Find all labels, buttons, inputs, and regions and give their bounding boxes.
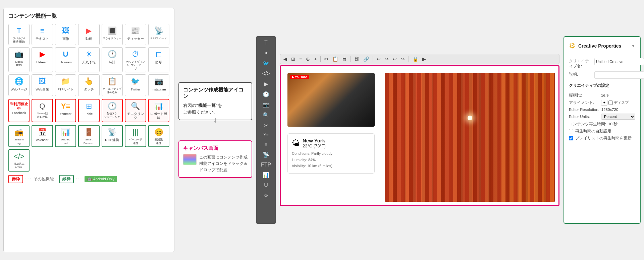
icon-clock[interactable]: 🕐時計 [102, 47, 123, 72]
description-label: 説明: [569, 71, 592, 77]
torii-widget[interactable] [385, 73, 555, 202]
icon-table[interactable]: ⊞Table [78, 99, 99, 122]
youtube-widget[interactable]: ▶ YouTube [287, 73, 375, 127]
editor-resolution-label: Editor Resolution: [569, 108, 599, 112]
toolbar-btn-undo[interactable]: ↩ [375, 56, 382, 62]
icon-slideshow[interactable]: 🔳スライドショー [102, 24, 123, 45]
description-input[interactable] [594, 71, 644, 79]
icon-queue[interactable]: QQueue顔待ち現場 [32, 99, 53, 122]
toolbar-btn-redo2[interactable]: ↪ [399, 56, 406, 62]
icon-facebook[interactable]: ※利用停止中Facebook [8, 99, 30, 122]
legend-area: 赤枠 ··· その他機能 緑枠 ··· 🤖 Android Only [8, 175, 169, 183]
sidebar-icon-twitter[interactable]: 🐦 [256, 59, 276, 68]
weather-temp: 23°C (73°F) [303, 143, 326, 148]
icon-yammer[interactable]: Y≡Yammer [55, 99, 76, 122]
sidebar-icon-chart[interactable]: 📊 [256, 170, 276, 180]
editor-units-select[interactable]: Percent Pixels [601, 114, 635, 120]
icon-twitter[interactable]: 🐦Twitter [125, 74, 146, 96]
icon-barcode[interactable]: |||バーコード連携 [125, 125, 146, 147]
toolbar-btn-redo[interactable]: ↪ [383, 56, 390, 62]
callout-right-title: キャンパス画面 [183, 145, 248, 151]
sidebar-icon-yammer[interactable]: Y≡ [256, 131, 276, 139]
toolbar-btn-align[interactable]: ≡ [298, 56, 303, 62]
icon-monitoring[interactable]: 🔍モニタリング [125, 99, 146, 122]
sidebar-icon-text-list[interactable]: ≡ [256, 140, 276, 149]
toolbar-btn-cut[interactable]: ✂ [323, 56, 330, 62]
toolbar-btn-plus[interactable]: + [313, 56, 318, 62]
sidebar-icon-ftp[interactable]: FTP [256, 160, 276, 170]
icon-video[interactable]: ▶動画 [78, 24, 99, 45]
icon-report[interactable]: 📊レポート機能 [148, 99, 169, 122]
sidebar-icon-code[interactable]: </> [256, 69, 276, 78]
android-icon: 🤖 [87, 177, 92, 181]
icon-face[interactable]: 😊顔認識連携 [148, 125, 169, 147]
weather-icon: 🌤 [292, 138, 300, 148]
playlist-update-checkbox[interactable] [569, 136, 573, 140]
align-star-btn[interactable]: ✦ [601, 100, 607, 106]
toolbar-btn-chain[interactable]: ⛓ [353, 56, 361, 62]
icon-grid-green: 📻Streaming 📅calendar 📊Dashboard 🚪SmartEn… [8, 125, 169, 172]
sidebar-icon-clock[interactable]: 🕐 [256, 89, 276, 99]
callout-area: コンテンツ作成機能アイコン 右図の"機能一覧"をご参照ください。 ↓ キャンパス… [178, 82, 252, 178]
sidebar-icon-gear[interactable]: ⚙ [256, 191, 276, 200]
icon-ticker[interactable]: 📰ティッカー [125, 24, 146, 45]
red-legend: 赤枠 ··· その他機能 [8, 175, 54, 183]
sidebar-icon-search[interactable]: 🔍 [256, 110, 276, 120]
icon-shape[interactable]: ◻図形 [148, 47, 169, 72]
toolbar-btn-undo2[interactable]: ↩ [391, 56, 398, 62]
toolbar-btn-unchain[interactable]: 🔗 [362, 56, 370, 62]
playback-time-row: コンテンツ再生時間: 10 秒 [569, 122, 635, 127]
icon-youtube[interactable]: ▶Ustream [32, 47, 53, 72]
sidebar-icon-video[interactable]: ▶ [256, 79, 276, 89]
icon-streaming[interactable]: 📻Streaming [8, 125, 30, 147]
icon-image[interactable]: 🖼画像 [55, 24, 76, 45]
icon-calendar[interactable]: 📅calendar [32, 125, 53, 147]
toolbar-btn-grid[interactable]: ⊞ [290, 56, 297, 62]
icon-schedule[interactable]: 🕐配信スケジューリング [102, 99, 123, 122]
toolbar-btn-left[interactable]: ◀ [282, 56, 288, 62]
sidebar-icon-T[interactable]: T [256, 38, 276, 48]
icon-dashboard[interactable]: 📊Dashboard [55, 125, 76, 147]
display-label: ディスプ... [614, 100, 632, 105]
icon-webpage[interactable]: 🌐Webページ [8, 74, 30, 96]
icon-ustream[interactable]: UUstream [55, 47, 76, 72]
sidebar-icon-u[interactable]: U [256, 181, 276, 190]
icon-touch[interactable]: 👆タッチ [78, 74, 99, 96]
icon-media-rss[interactable]: 📺MediaRSS [8, 47, 30, 72]
canvas-main[interactable]: ▶ YouTube 🌤 New York 23°C (73°F) Conditi… [280, 65, 559, 206]
toolbar-btn-expand[interactable]: ⊕ [305, 56, 311, 62]
playlist-update-label: プレイリストの再生時間を更新 [575, 136, 632, 141]
icon-label-db[interactable]: Tラベル(DB連携機能) [8, 24, 30, 45]
right-panel: ⚙ Creative Properties ▼ クリエイティブ名: 説明: クリ… [564, 36, 641, 224]
display-checkbox[interactable] [608, 101, 613, 105]
toolbar-btn-lock[interactable]: 🔒 [411, 56, 420, 62]
weather-widget[interactable]: 🌤 New York 23°C (73°F) Conditions: Partl… [287, 133, 375, 174]
icon-countdown[interactable]: ⏱カウントダウン/カウントアップ [125, 47, 146, 72]
icon-rss[interactable]: 📡RSSフィード [148, 24, 169, 45]
icon-text[interactable]: ≡テキスト [32, 24, 53, 45]
creative-name-input[interactable] [594, 58, 644, 65]
icon-instagram[interactable]: 📷Instagram [148, 74, 169, 96]
panel-dropdown-btn[interactable]: ▼ [631, 44, 635, 48]
toolbar-btn-delete[interactable]: 🗑 [341, 56, 348, 62]
icon-weather[interactable]: ☀天気予報 [78, 47, 99, 72]
sidebar-icon-star[interactable]: ✦ [256, 48, 276, 58]
icon-creative-embed[interactable]: 📋クリエイティブ埋め込み [102, 74, 123, 96]
icon-smart-entrance[interactable]: 🚪SmartEntrance [78, 125, 99, 147]
icon-ftp[interactable]: 📁FTPサイト [55, 74, 76, 96]
toolbar-sep-3 [373, 56, 373, 62]
aspect-ratio-value: 16:9 [601, 93, 608, 97]
sidebar-icon-scissors[interactable]: ✂ [256, 121, 276, 130]
callout-left-title: コンテンツ作成機能アイコン [183, 87, 248, 100]
sidebar-icon-instagram[interactable]: 📷 [256, 100, 276, 110]
toolbar-btn-copy[interactable]: 📋 [331, 56, 339, 62]
icon-webimage[interactable]: 🖼Web画像 [32, 74, 53, 96]
panel-title: Creative Properties [578, 43, 621, 49]
icon-embed-html[interactable]: </>埋め込みHTML [8, 149, 30, 171]
callout-left-body: 右図の"機能一覧"をご参照ください。 [183, 102, 248, 116]
toolbar-btn-right[interactable]: ▶ [421, 56, 427, 62]
sidebar-icon-rss[interactable]: 📡 [256, 150, 276, 159]
toolbar-sep-1 [320, 56, 321, 62]
icon-rfid[interactable]: 📡RFID連携 [102, 125, 123, 147]
auto-playback-checkbox[interactable] [569, 129, 573, 133]
